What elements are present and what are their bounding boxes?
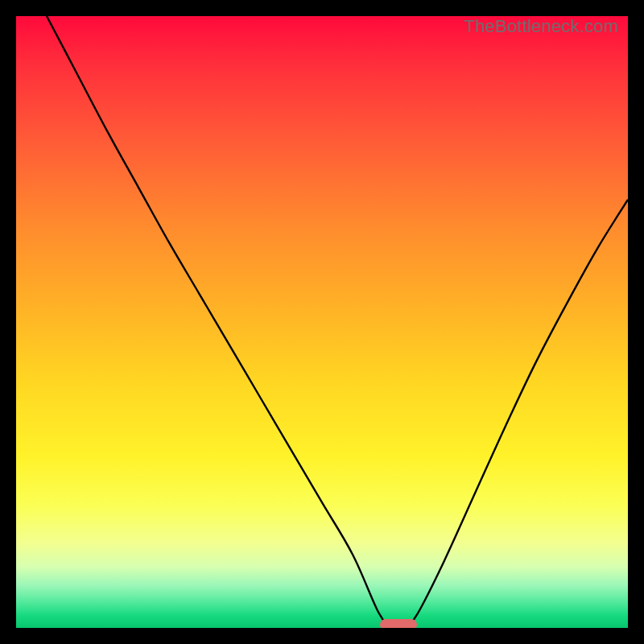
curve-right-branch xyxy=(407,200,628,628)
plot-area: TheBottleneck.com xyxy=(16,16,628,628)
chart-frame: TheBottleneck.com xyxy=(8,8,636,636)
optimum-marker xyxy=(380,619,417,628)
bottleneck-curve xyxy=(16,16,628,628)
curve-left-branch xyxy=(47,16,390,628)
